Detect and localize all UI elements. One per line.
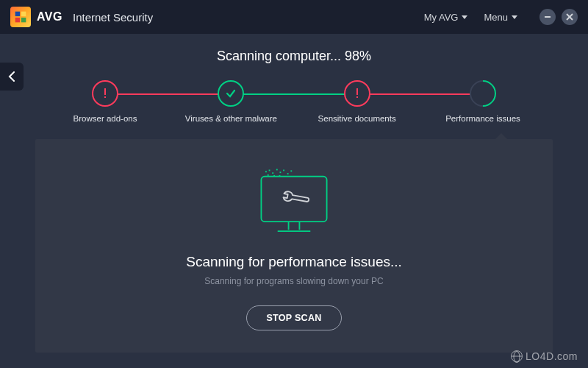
card-subtext: Scanning for programs slowing down your …	[204, 276, 383, 286]
svg-rect-8	[104, 96, 106, 98]
alert-icon	[344, 80, 370, 107]
minimize-button[interactable]	[539, 9, 556, 25]
globe-icon	[511, 350, 523, 362]
chevron-down-icon	[512, 15, 517, 19]
monitor-wrench-icon	[246, 163, 342, 244]
svg-rect-10	[356, 96, 358, 98]
check-icon	[218, 80, 244, 107]
stage-label: Sensitive documents	[318, 114, 396, 123]
avg-logo-icon	[10, 7, 31, 27]
scan-title-text: Scanning computer...	[217, 49, 345, 63]
product-name: Internet Security	[73, 11, 153, 24]
svg-rect-13	[272, 172, 273, 174]
my-avg-dropdown[interactable]: My AVG	[424, 12, 468, 23]
stage-performance-issues: Performance issues	[435, 80, 531, 123]
scan-progress-title: Scanning computer... 98%	[35, 49, 553, 64]
menu-label: Menu	[484, 12, 508, 23]
watermark-text: LO4D.com	[526, 350, 578, 362]
stage-label: Browser add-ons	[74, 114, 137, 123]
svg-rect-9	[356, 88, 358, 95]
chevron-down-icon	[462, 15, 467, 19]
card-heading: Scanning for performance issues...	[186, 254, 402, 270]
svg-rect-16	[283, 170, 284, 171]
scan-percent: 98%	[345, 49, 371, 63]
scan-stages: Browser add-ons Viruses & other malware …	[35, 80, 553, 123]
brand-block: AVG Internet Security	[10, 7, 153, 27]
back-button[interactable]	[0, 63, 24, 91]
alert-icon	[92, 80, 118, 107]
svg-rect-11	[265, 171, 267, 172]
spinner-icon	[465, 75, 502, 113]
scan-detail-card: Scanning for performance issues... Scann…	[35, 139, 553, 353]
svg-rect-3	[21, 18, 26, 22]
stage-browser-addons: Browser add-ons	[57, 80, 153, 123]
svg-rect-2	[15, 18, 20, 22]
my-avg-label: My AVG	[424, 12, 459, 23]
brand-name: AVG	[37, 10, 62, 24]
svg-rect-19	[268, 174, 269, 176]
chevron-left-icon	[8, 71, 15, 82]
app-header: AVG Internet Security My AVG Menu	[0, 0, 588, 34]
stage-label: Viruses & other malware	[185, 114, 277, 123]
svg-rect-0	[15, 12, 20, 16]
menu-dropdown[interactable]: Menu	[484, 12, 517, 23]
svg-rect-7	[104, 88, 106, 95]
stage-viruses-malware: Viruses & other malware	[183, 80, 279, 123]
stage-label: Performance issues	[445, 114, 520, 123]
stop-scan-button[interactable]: STOP SCAN	[246, 305, 341, 330]
svg-rect-14	[276, 169, 278, 171]
svg-rect-1	[21, 12, 26, 16]
svg-rect-18	[290, 170, 292, 171]
stage-sensitive-documents: Sensitive documents	[309, 80, 405, 123]
watermark: LO4D.com	[511, 350, 578, 362]
main-content: Scanning computer... 98% Browser add-ons…	[0, 34, 588, 353]
svg-rect-17	[287, 173, 289, 174]
svg-rect-15	[280, 171, 282, 173]
close-button[interactable]	[562, 9, 578, 25]
svg-rect-12	[269, 170, 270, 171]
